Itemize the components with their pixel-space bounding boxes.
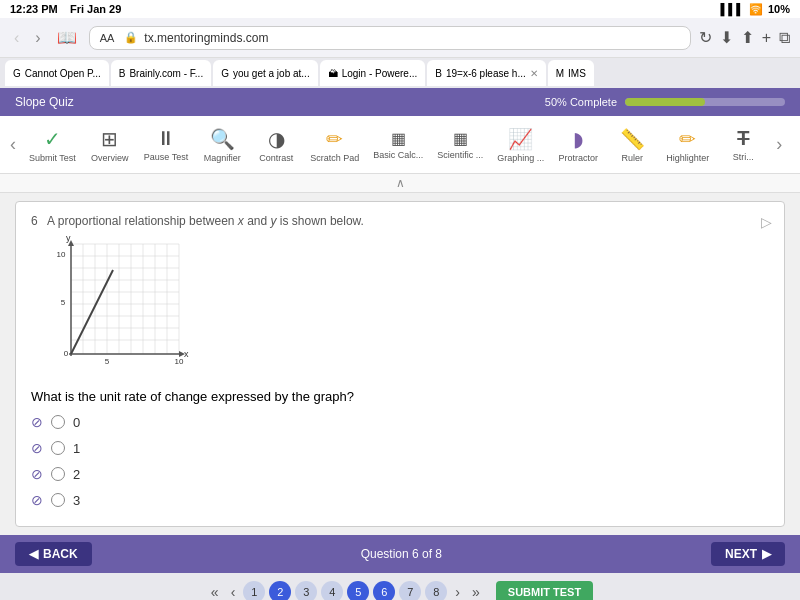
graph-svg: y x 10 5 0 5 10 (41, 234, 201, 374)
toolbar-basic-calc[interactable]: ▦ Basic Calc... (367, 120, 429, 170)
svg-text:5: 5 (61, 298, 66, 307)
aa-label: AA (100, 32, 115, 44)
answer-choice-2[interactable]: ⊘ 2 (31, 464, 769, 484)
download-button[interactable]: ⬇ (720, 28, 733, 47)
collapse-bar[interactable]: ∧ (0, 174, 800, 193)
tabs-button[interactable]: ⧉ (779, 29, 790, 47)
progress-bar-container (625, 98, 785, 106)
tab-login[interactable]: 🏔 Login - Powere... (320, 60, 426, 86)
next-button-quiz[interactable]: NEXT ▶ (711, 542, 785, 566)
page-btn-7[interactable]: 7 (399, 581, 421, 600)
radio-1[interactable] (51, 441, 65, 455)
choice-value-3: 3 (73, 493, 80, 508)
toolbar-ruler[interactable]: 📏 Ruler (606, 120, 658, 170)
reload-button[interactable]: ↻ (699, 28, 712, 47)
page-btn-3[interactable]: 3 (295, 581, 317, 600)
scratch-pad-icon: ✏ (326, 127, 343, 151)
answer-choice-0[interactable]: ⊘ 0 (31, 412, 769, 432)
page-btn-1[interactable]: 1 (243, 581, 265, 600)
share-button[interactable]: ⬆ (741, 28, 754, 47)
radio-3[interactable] (51, 493, 65, 507)
page-prev-btn[interactable]: ‹ (227, 582, 240, 600)
toolbar-prev[interactable]: ‹ (5, 129, 21, 160)
toolbar-magnifier-label: Magnifier (204, 153, 241, 163)
back-button[interactable]: ‹ (10, 27, 23, 49)
tab-active-19[interactable]: B 19=x-6 please h... ✕ (427, 60, 545, 86)
page-btn-4[interactable]: 4 (321, 581, 343, 600)
page-first-btn[interactable]: « (207, 582, 223, 600)
strikethrough-icon: T (737, 127, 749, 150)
question-number: 6 A proportional relationship between x … (31, 214, 769, 228)
progress-section: 50% Complete (545, 96, 785, 108)
pause-icon: ⏸ (156, 127, 176, 150)
graphing-icon: 📈 (508, 127, 533, 151)
radio-2[interactable] (51, 467, 65, 481)
tab-brainly[interactable]: B Brainly.com - F... (111, 60, 211, 86)
scientific-icon: ▦ (453, 129, 468, 148)
magnifier-icon: 🔍 (210, 127, 235, 151)
page-btn-2[interactable]: 2 (269, 581, 291, 600)
address-bar[interactable]: AA 🔒 tx.mentoringminds.com (89, 26, 691, 50)
svg-line-31 (71, 270, 113, 354)
toolbar-graphing[interactable]: 📈 Graphing ... (491, 120, 550, 170)
toolbar-overview[interactable]: ⊞ Overview (84, 120, 136, 170)
toolbar-overview-label: Overview (91, 153, 129, 163)
tab-favicon-3: G (221, 68, 229, 79)
signal-icon: ▌▌▌ (721, 3, 744, 15)
svg-text:5: 5 (105, 357, 110, 366)
toolbar-submit-test[interactable]: ✓ Submit Test (23, 120, 82, 170)
page-last-btn[interactable]: » (468, 582, 484, 600)
quiz-header: Slope Quiz 50% Complete (0, 88, 800, 116)
radio-0[interactable] (51, 415, 65, 429)
toolbar-strikethrough[interactable]: T Stri... (717, 120, 769, 170)
page-btn-8[interactable]: 8 (425, 581, 447, 600)
tab-favicon-1: G (13, 68, 21, 79)
progress-bar-fill (625, 98, 705, 106)
toolbar-next[interactable]: › (771, 129, 787, 160)
tab-job[interactable]: G you get a job at... (213, 60, 318, 86)
contrast-icon: ◑ (268, 127, 285, 151)
tab-favicon-5: B (435, 68, 442, 79)
nav-footer: ◀ BACK Question 6 of 8 NEXT ▶ (0, 535, 800, 573)
browser-bar: ‹ › 📖 AA 🔒 tx.mentoringminds.com ↻ ⬇ ⬆ +… (0, 18, 800, 58)
page-next-btn[interactable]: › (451, 582, 464, 600)
tab-label-4: Login - Powere... (342, 68, 418, 79)
bookmarks-button[interactable]: 📖 (53, 26, 81, 49)
page-btn-5[interactable]: 5 (347, 581, 369, 600)
new-tab-button[interactable]: + (762, 29, 771, 47)
back-button-quiz[interactable]: ◀ BACK (15, 542, 92, 566)
choice-value-1: 1 (73, 441, 80, 456)
toolbar-contrast[interactable]: ◑ Contrast (250, 120, 302, 170)
toolbar-scientific-label: Scientific ... (437, 150, 483, 160)
svg-text:x: x (184, 349, 189, 359)
toolbar-pause[interactable]: ⏸ Pause Test (138, 120, 194, 170)
tab-label-5: 19=x-6 please h... (446, 68, 526, 79)
check-icon-3: ⊘ (31, 492, 43, 508)
toolbar-protractor[interactable]: ◗ Protractor (552, 120, 604, 170)
toolbar-scientific[interactable]: ▦ Scientific ... (431, 120, 489, 170)
browser-actions: ↻ ⬇ ⬆ + ⧉ (699, 28, 790, 47)
svg-text:10: 10 (175, 357, 184, 366)
toolbar-highlighter-label: Highlighter (666, 153, 709, 163)
toolbar-strikethrough-label: Stri... (733, 152, 754, 162)
status-date: Fri Jan 29 (70, 3, 121, 15)
answer-choice-1[interactable]: ⊘ 1 (31, 438, 769, 458)
toolbar-magnifier[interactable]: 🔍 Magnifier (196, 120, 248, 170)
submit-test-btn[interactable]: SUBMIT TEST (496, 581, 593, 600)
tab-label-2: Brainly.com - F... (129, 68, 203, 79)
forward-button[interactable]: › (31, 27, 44, 49)
protractor-icon: ◗ (573, 127, 584, 151)
toolbar-scratch-pad[interactable]: ✏ Scratch Pad (304, 120, 365, 170)
toolbar-highlighter[interactable]: ✏ Highlighter (660, 120, 715, 170)
tab-cannot-open[interactable]: G Cannot Open P... (5, 60, 109, 86)
wifi-icon: 🛜 (749, 3, 763, 16)
check-icon-0: ⊘ (31, 414, 43, 430)
flag-icon[interactable]: ▷ (761, 214, 772, 230)
tab-ims[interactable]: M IMS (548, 60, 594, 86)
status-time-date: 12:23 PM Fri Jan 29 (10, 3, 121, 15)
answer-choice-3[interactable]: ⊘ 3 (31, 490, 769, 510)
page-btn-6[interactable]: 6 (373, 581, 395, 600)
tab-close-5[interactable]: ✕ (530, 68, 538, 79)
toolbar: ‹ ✓ Submit Test ⊞ Overview ⏸ Pause Test … (0, 116, 800, 174)
url-text: tx.mentoringminds.com (144, 31, 679, 45)
